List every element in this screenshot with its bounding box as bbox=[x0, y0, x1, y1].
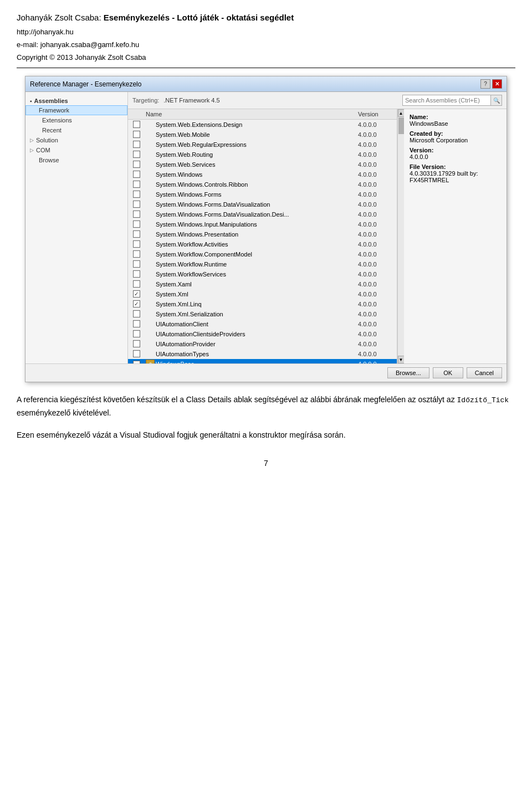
table-row[interactable]: System.Web.Mobile4.0.0.0 bbox=[128, 130, 397, 140]
row-checkbox[interactable] bbox=[128, 350, 145, 357]
checkbox-empty-icon[interactable] bbox=[133, 181, 140, 188]
checkbox-empty-icon[interactable] bbox=[133, 161, 140, 168]
table-row[interactable]: System.WorkflowServices4.0.0.0 bbox=[128, 269, 397, 279]
checkbox-checked-icon[interactable]: ✓ bbox=[133, 300, 140, 307]
table-row[interactable]: System.Windows.Input.Manipulations4.0.0.… bbox=[128, 219, 397, 229]
checkbox-empty-icon[interactable] bbox=[133, 280, 140, 288]
row-checkbox[interactable] bbox=[128, 131, 145, 138]
table-row[interactable]: System.Web.RegularExpressions4.0.0.0 bbox=[128, 140, 397, 150]
scroll-down-btn[interactable]: ▼ bbox=[398, 356, 405, 363]
row-checkbox[interactable] bbox=[128, 280, 145, 288]
row-version: 4.0.0.0 bbox=[358, 181, 397, 188]
row-checkbox[interactable] bbox=[128, 320, 145, 327]
row-checkbox[interactable] bbox=[128, 171, 145, 178]
row-checkbox[interactable] bbox=[128, 201, 145, 208]
row-checkbox[interactable] bbox=[128, 151, 145, 158]
table-row[interactable]: System.Xaml4.0.0.0 bbox=[128, 279, 397, 289]
search-input[interactable] bbox=[402, 95, 491, 106]
row-version: 4.0.0.0 bbox=[358, 271, 397, 278]
checkbox-empty-icon[interactable] bbox=[133, 340, 140, 347]
checkbox-empty-icon[interactable] bbox=[133, 240, 140, 248]
dialog-help-button[interactable]: ? bbox=[480, 79, 490, 89]
checkbox-empty-icon[interactable] bbox=[133, 221, 140, 228]
checkbox-empty-icon[interactable] bbox=[133, 171, 140, 178]
row-checkbox[interactable] bbox=[128, 211, 145, 218]
checkbox-empty-icon[interactable] bbox=[133, 270, 140, 278]
table-row[interactable]: UIAutomationClient4.0.0.0 bbox=[128, 319, 397, 329]
scroll-up-btn[interactable]: ▲ bbox=[398, 109, 405, 117]
checkbox-empty-icon[interactable] bbox=[133, 151, 140, 158]
row-checkbox[interactable] bbox=[128, 340, 145, 347]
info-name-value: WindowsBase bbox=[410, 120, 501, 127]
table-row[interactable]: UIAutomationTypes4.0.0.0 bbox=[128, 349, 397, 359]
checkbox-empty-icon[interactable] bbox=[133, 260, 140, 268]
sidebar-item-browse[interactable]: Browse bbox=[25, 155, 127, 165]
table-row[interactable]: ✓System.Xml4.0.0.0 bbox=[128, 289, 397, 299]
table-row[interactable]: System.Windows4.0.0.0 bbox=[128, 170, 397, 180]
row-checkbox[interactable] bbox=[128, 121, 145, 128]
row-checkbox[interactable] bbox=[128, 250, 145, 258]
solution-expand-icon: ▷ bbox=[30, 137, 34, 143]
checkbox-empty-icon[interactable] bbox=[133, 121, 140, 128]
checkbox-empty-icon[interactable] bbox=[133, 230, 140, 238]
table-row[interactable]: ⚙WindowsBase4.0.0.0 bbox=[128, 359, 397, 363]
checkbox-empty-icon[interactable] bbox=[133, 320, 140, 327]
row-version: 4.0.0.0 bbox=[358, 131, 397, 138]
checkbox-empty-icon[interactable] bbox=[133, 310, 140, 317]
table-row[interactable]: UIAutomationProvider4.0.0.0 bbox=[128, 339, 397, 349]
table-row[interactable]: System.Web.Extensions.Design4.0.0.0 bbox=[128, 120, 397, 130]
checkbox-empty-icon[interactable] bbox=[133, 361, 140, 364]
checkbox-empty-icon[interactable] bbox=[133, 131, 140, 138]
sidebar-item-recent[interactable]: Recent bbox=[25, 125, 127, 135]
table-row[interactable]: System.Web.Routing4.0.0.0 bbox=[128, 150, 397, 160]
table-row[interactable]: System.Web.Services4.0.0.0 bbox=[128, 160, 397, 170]
row-checkbox[interactable] bbox=[128, 270, 145, 278]
checkbox-empty-icon[interactable] bbox=[133, 211, 140, 218]
table-row[interactable]: System.Windows.Forms.DataVisualization4.… bbox=[128, 199, 397, 209]
search-button[interactable]: 🔍 bbox=[491, 95, 502, 106]
table-row[interactable]: System.Workflow.Activities4.0.0.0 bbox=[128, 239, 397, 249]
sidebar-item-extensions[interactable]: Extensions bbox=[25, 115, 127, 125]
row-checkbox[interactable] bbox=[128, 191, 145, 198]
row-checkbox[interactable] bbox=[128, 230, 145, 238]
table-row[interactable]: System.Xml.Serialization4.0.0.0 bbox=[128, 309, 397, 319]
sidebar-item-framework[interactable]: Framework bbox=[25, 105, 127, 115]
browse-button[interactable]: Browse... bbox=[387, 367, 429, 378]
row-version: 4.0.0.0 bbox=[358, 151, 397, 158]
table-row[interactable]: UIAutomationClientsideProviders4.0.0.0 bbox=[128, 329, 397, 339]
row-checkbox[interactable] bbox=[128, 310, 145, 317]
table-row[interactable]: System.Windows.Controls.Ribbon4.0.0.0 bbox=[128, 180, 397, 189]
row-checkbox[interactable]: ✓ bbox=[128, 300, 145, 307]
scrollbar[interactable]: ▲ ▼ bbox=[397, 109, 404, 363]
checkbox-empty-icon[interactable] bbox=[133, 141, 140, 148]
checkbox-empty-icon[interactable] bbox=[133, 330, 140, 337]
checkbox-empty-icon[interactable] bbox=[133, 201, 140, 208]
row-checkbox[interactable] bbox=[128, 361, 145, 364]
checkbox-empty-icon[interactable] bbox=[133, 250, 140, 258]
row-checkbox[interactable]: ✓ bbox=[128, 290, 145, 298]
row-checkbox[interactable] bbox=[128, 260, 145, 268]
row-checkbox[interactable] bbox=[128, 221, 145, 228]
assembly-list-scroll[interactable]: System.Web.Extensions.Design4.0.0.0Syste… bbox=[128, 120, 397, 363]
checkbox-empty-icon[interactable] bbox=[133, 191, 140, 198]
row-checkbox[interactable] bbox=[128, 181, 145, 188]
sidebar-item-com[interactable]: ▷ COM bbox=[25, 145, 127, 155]
row-checkbox[interactable] bbox=[128, 240, 145, 248]
dialog-close-button[interactable]: ✕ bbox=[492, 79, 502, 89]
cancel-button[interactable]: Cancel bbox=[467, 367, 502, 378]
row-checkbox[interactable] bbox=[128, 141, 145, 148]
table-row[interactable]: System.Windows.Forms4.0.0.0 bbox=[128, 189, 397, 199]
table-row[interactable]: System.Windows.Presentation4.0.0.0 bbox=[128, 229, 397, 239]
row-version: 4.0.0.0 bbox=[358, 261, 397, 268]
row-checkbox[interactable] bbox=[128, 161, 145, 168]
table-row[interactable]: System.Windows.Forms.DataVisualization.D… bbox=[128, 209, 397, 219]
sidebar-item-solution[interactable]: ▷ Solution bbox=[25, 135, 127, 145]
row-checkbox[interactable] bbox=[128, 330, 145, 337]
ok-button[interactable]: OK bbox=[433, 367, 463, 378]
table-row[interactable]: System.Workflow.Runtime4.0.0.0 bbox=[128, 259, 397, 269]
scroll-thumb[interactable] bbox=[398, 117, 404, 134]
checkbox-empty-icon[interactable] bbox=[133, 350, 140, 357]
checkbox-checked-icon[interactable]: ✓ bbox=[133, 290, 140, 298]
table-row[interactable]: System.Workflow.ComponentModel4.0.0.0 bbox=[128, 249, 397, 259]
table-row[interactable]: ✓System.Xml.Linq4.0.0.0 bbox=[128, 299, 397, 309]
